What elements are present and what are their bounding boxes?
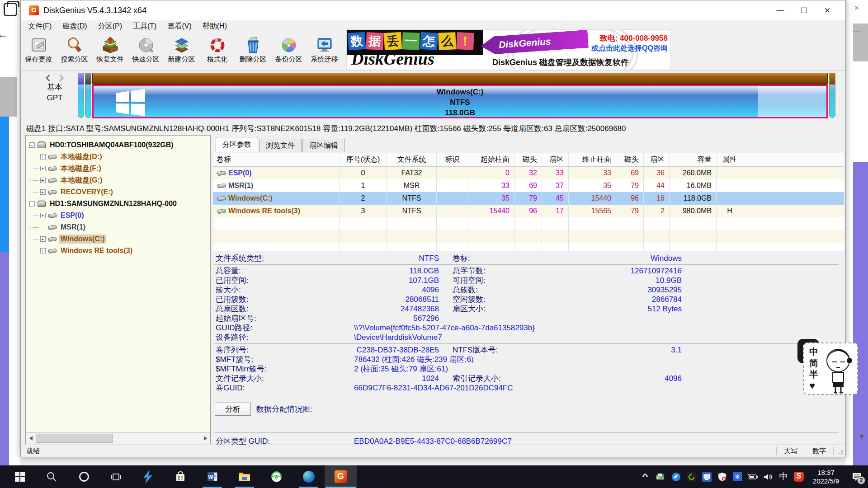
next-disk-icon[interactable]: [57, 75, 64, 82]
notification-center-button[interactable]: 2: [845, 465, 868, 488]
expand-icon[interactable]: [40, 236, 46, 242]
tray-snowflake-icon[interactable]: ❄: [730, 465, 745, 488]
tree-item-recovery-e[interactable]: RECOVERY(E:): [26, 186, 210, 198]
tray-intel-graphics-icon[interactable]: [699, 465, 714, 488]
tree-item-local-g[interactable]: 本地磁盘(G:): [26, 174, 210, 186]
tab-sector-edit[interactable]: 扇区编辑: [302, 139, 345, 152]
tray-bird-icon[interactable]: [668, 465, 684, 488]
background-more-icon[interactable]: ···: [853, 27, 862, 35]
minimize-button[interactable]: —: [769, 0, 792, 20]
maximize-button[interactable]: ☐: [792, 0, 816, 20]
tab-browse-files[interactable]: 浏览文件: [259, 139, 302, 152]
expand-icon[interactable]: [40, 189, 46, 195]
taskbar-app-diskgenius-active[interactable]: [325, 465, 357, 488]
prev-disk-icon[interactable]: [46, 75, 53, 82]
tree-item-windows-re[interactable]: Windows RE tools(3): [26, 245, 210, 257]
tray-volume-icon[interactable]: [760, 465, 776, 488]
background-down-arrow-icon[interactable]: ▼: [859, 433, 865, 440]
ad-banner[interactable]: 数 据 丢 一 怎 么 ！ DiskGenius 致电: 400-008-995…: [346, 29, 671, 70]
save-changes-button[interactable]: 保存更改: [21, 32, 57, 70]
banner-qq-link[interactable]: 或点击此处选择QQ咨询: [591, 44, 668, 53]
partition-block-esp[interactable]: [78, 73, 84, 118]
scroll-track[interactable]: [36, 433, 200, 444]
banner-phone[interactable]: 致电: 400-008-9958: [600, 33, 668, 43]
taskbar-app-thunder[interactable]: [132, 465, 164, 488]
expand-icon[interactable]: [40, 166, 46, 171]
ime-mode-chinese[interactable]: 中: [809, 346, 821, 357]
header-cell[interactable]: 标识: [437, 153, 468, 166]
back-arrow-icon[interactable]: ←: [0, 28, 8, 41]
header-cell[interactable]: 扇区: [542, 153, 569, 166]
header-cell[interactable]: 文件系统: [387, 153, 437, 166]
background-close-icon[interactable]: ×: [854, 3, 859, 13]
tree-item-local-f[interactable]: 本地磁盘(F:): [26, 163, 210, 174]
partition-block-msr[interactable]: [85, 73, 91, 118]
header-cell[interactable]: 起始柱面: [468, 153, 514, 166]
header-cell[interactable]: 序号(状态): [340, 153, 387, 166]
partition-block-re-tools[interactable]: [829, 73, 835, 118]
system-migration-button[interactable]: 系统迁移: [307, 32, 342, 70]
scroll-thumb[interactable]: [36, 434, 113, 443]
format-button[interactable]: 格式化: [199, 32, 235, 70]
menu-disk[interactable]: 磁盘(D): [57, 21, 92, 32]
tray-sogou-icon[interactable]: [791, 465, 807, 488]
header-cell[interactable]: 磁头: [514, 153, 542, 166]
expand-icon[interactable]: [40, 248, 46, 253]
menu-file[interactable]: 文件(F): [23, 21, 57, 32]
ime-mode-simplified[interactable]: 简: [809, 357, 821, 369]
tree-item-local-d[interactable]: 本地磁盘(D:): [26, 151, 210, 163]
collapse-icon[interactable]: [29, 201, 35, 206]
header-cell[interactable]: 属性: [717, 153, 743, 166]
resize-grip[interactable]: [836, 449, 844, 456]
menu-view[interactable]: 查看(V): [162, 21, 197, 32]
close-button[interactable]: ✕: [816, 0, 839, 20]
delete-partition-button[interactable]: 删除分区: [235, 32, 271, 70]
scroll-right-button[interactable]: [200, 433, 210, 444]
backup-partition-button[interactable]: 备份分区: [271, 32, 307, 70]
tree-item-hd1[interactable]: HD1:SAMSUNGMZNLN128HAHQ-000: [26, 198, 210, 210]
collapse-icon[interactable]: [29, 142, 35, 148]
analyze-button[interactable]: 分析: [215, 403, 251, 416]
table-row-esp[interactable]: ESP(0) 0 FAT32 0 32 33 33 69 36 260.0MB: [213, 167, 844, 179]
tray-printer-icon[interactable]: [653, 465, 668, 488]
taskbar-clock[interactable]: 18:37 2022/5/9: [807, 468, 845, 485]
expand-icon[interactable]: [40, 178, 46, 183]
menu-tools[interactable]: 工具(T): [127, 21, 162, 32]
heart-icon[interactable]: ♥: [809, 380, 821, 391]
tray-chevron-up[interactable]: ^: [637, 465, 653, 488]
header-cell[interactable]: 终止柱面: [569, 153, 616, 166]
tree-item-esp[interactable]: ESP(0): [26, 210, 210, 221]
start-button[interactable]: [4, 465, 36, 488]
header-cell[interactable]: 卷标: [213, 153, 340, 166]
tray-battery-icon[interactable]: [745, 465, 760, 488]
partition-block-windows-c[interactable]: Windows(C:) NTFS 118.0GB: [92, 85, 828, 118]
taskbar-app-edge[interactable]: [292, 465, 325, 488]
cortana-button[interactable]: [68, 465, 100, 488]
ime-mode-halfwidth[interactable]: 半: [809, 369, 821, 380]
sogou-ime-panel[interactable]: 中 简 半 ♥: [803, 343, 858, 395]
taskbar-search-button[interactable]: [36, 465, 68, 488]
header-cell[interactable]: 扇区: [644, 153, 670, 166]
tab-partition-params[interactable]: 分区参数: [216, 137, 258, 152]
search-partition-button[interactable]: 搜索分区: [57, 32, 92, 70]
task-view-button[interactable]: [100, 465, 132, 488]
header-cell[interactable]: 磁头: [616, 153, 644, 166]
table-row-msr[interactable]: MSR(1) 1 MSR 33 69 37 35 79 44 16.0MB: [213, 179, 844, 192]
taskbar-app-word[interactable]: W: [196, 465, 228, 488]
tray-defender-icon[interactable]: [714, 465, 730, 488]
expand-icon[interactable]: [40, 213, 46, 218]
tray-nvidia-icon[interactable]: [684, 465, 699, 488]
scroll-left-button[interactable]: [26, 433, 36, 444]
tray-ime-indicator[interactable]: 中: [776, 465, 791, 488]
table-row-windows-re[interactable]: Windows RE tools(3) 3 NTFS 15440 96 17 1…: [213, 205, 844, 217]
recover-files-button[interactable]: 恢复文件: [92, 32, 128, 70]
taskbar-app-browser-green-e[interactable]: e: [260, 465, 292, 488]
quick-partition-button[interactable]: 快速分区: [128, 32, 164, 70]
menu-help[interactable]: 帮助(H): [197, 21, 232, 32]
new-partition-button[interactable]: 新建分区: [164, 32, 199, 70]
tree-item-msr[interactable]: MSR(1): [26, 221, 210, 233]
taskbar-app-store[interactable]: [164, 465, 196, 488]
expand-icon[interactable]: [40, 154, 46, 160]
menu-partition[interactable]: 分区(P): [93, 21, 127, 32]
taskbar-app-explorer[interactable]: [228, 465, 260, 488]
